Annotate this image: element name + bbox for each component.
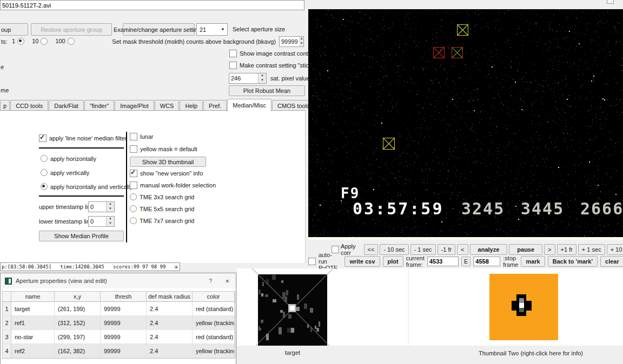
tab-p[interactable]: p [0,100,10,111]
spin-arrows-icon[interactable]: ▲▼ [300,37,303,46]
spin-arrows-icon[interactable]: ▲▼ [258,73,266,83]
aperture-box-red-2[interactable] [452,47,463,58]
plot-button[interactable]: plot [383,256,403,267]
table-cell[interactable]: ref1 [11,316,55,330]
dialog-titlebar[interactable]: Aperture properties (view and edit) ? × [1,273,236,288]
filename-input[interactable] [0,0,304,10]
counts-option-1[interactable]: 1 [12,38,24,45]
table-cell[interactable]: 99999 [101,330,147,344]
scroll-up-icon[interactable]: ▲ [174,265,178,269]
lower-timestamp-spinbox[interactable]: 0 ▲▼ [88,216,115,227]
tab-median-misc[interactable]: Median/Misc [227,99,271,111]
table-cell[interactable]: 2.4 [147,330,193,344]
transport-1-sec[interactable]: - 1 sec [410,244,436,255]
dialog-help-button[interactable]: ? [206,278,215,284]
table-cell[interactable]: red (standard) [193,302,235,316]
transport-[interactable]: < [457,244,468,255]
table-cell[interactable]: 2.4 [147,344,193,358]
row-number[interactable]: 4 [3,344,11,358]
mark-button[interactable]: mark [521,256,545,267]
table-cell[interactable]: (312, 152) [55,316,101,330]
write-csv-button[interactable]: write csv [344,256,380,267]
table-cell[interactable]: (299, 197) [55,330,101,344]
table-cell[interactable]: (162, 382) [55,344,101,358]
plot-robust-mean-button[interactable]: Plot Robust Mean [229,85,305,96]
thumbnail-two[interactable] [489,274,558,340]
aperture-group-button-fragment[interactable]: oup [0,23,28,36]
tab-image-plot[interactable]: Image/Plot [115,100,154,111]
mask-threshold-spinbox[interactable]: 99999 ▲▼ [279,36,304,47]
transport-1-fr[interactable]: -1 fr [438,244,456,255]
back-to-mark-button[interactable]: Back to 'mark' [548,256,598,267]
radio-icon [41,169,48,176]
transport-[interactable]: > [544,244,555,255]
tab--finder-[interactable]: "finder" [84,100,114,111]
table-cell[interactable]: target [11,302,55,316]
transport-10-sec[interactable]: - 10 sec [380,244,408,255]
transport-10-sec[interactable]: + 10 sec [607,244,623,255]
counts-option-10[interactable]: 10 [32,38,48,45]
transport-analyze[interactable]: analyze [470,244,508,255]
aperture-box-yellow-2[interactable] [383,138,395,150]
aperture-box-yellow-1[interactable] [457,24,468,36]
upper-timestamp-label: upper timestamp limit [39,204,96,210]
table-cell[interactable]: no-star [11,330,55,344]
table-cell[interactable]: (261, 199) [55,302,101,316]
line-noise-filter-checkbox[interactable]: apply 'line noise' median filter [39,134,127,142]
show-contrast-checkbox[interactable]: Show image contrast control [229,50,315,57]
table-cell[interactable]: red (standard) [193,330,235,344]
radio-tme-5x5-search-grid[interactable]: TME 5x5 search grid [130,205,194,212]
upper-timestamp-spinbox[interactable]: 0 ▲▼ [88,201,115,212]
autorun-pyote-checkbox[interactable] [308,258,316,265]
aperture-box-red-1[interactable] [433,47,445,58]
tab-pref-[interactable]: Pref. [203,100,227,111]
radio-apply-horizontally[interactable]: apply horizontally [41,155,132,162]
table-cell[interactable]: ref2 [11,344,55,358]
transport-1-fr[interactable]: +1 fr [557,244,576,255]
status-log[interactable]: p:[03:58:00.3045] time:14280.3045 scores… [0,262,180,271]
target-thumbnail[interactable] [237,268,408,346]
aperture-size-select[interactable]: 21 ▼ [196,23,228,36]
lunar-checkbox[interactable]: lunar [130,133,153,140]
row-number[interactable]: 1 [3,302,11,316]
radio-apply-horizontally-and-vertically[interactable]: apply horizontally and vertically [41,183,132,190]
new-version-info-checkbox[interactable]: show "new version" info [130,170,203,177]
sat-pixel-spinbox[interactable]: 246 ▲▼ [229,73,267,84]
tab-wcs[interactable]: WCS [155,100,180,111]
mask-threshold-label: Set mask threshold (mskth) counts above … [81,38,276,45]
table-cell[interactable]: 99999 [101,316,147,330]
table-cell[interactable]: 2.4 [147,302,193,316]
spin-arrows-icon[interactable]: ▲▼ [106,202,114,212]
radio-tme-7x7-search-grid[interactable]: TME 7x7 search grid [130,217,194,224]
tab-dark-flat[interactable]: Dark/Flat [49,100,84,111]
restore-aperture-group-button[interactable]: Restore aperture group [31,23,112,36]
radio-apply-vertically[interactable]: apply vertically [41,169,132,176]
show-3d-thumbnail-button[interactable]: Show 3D thumbnail [130,157,206,167]
sticky-contrast-checkbox[interactable]: Make contrast setting "sticky" [229,62,317,69]
stop-frame-input[interactable] [473,257,500,266]
row-number[interactable]: 2 [3,316,11,330]
transport-pause[interactable]: pause [509,244,542,255]
yellow-mask-checkbox[interactable]: yellow mask = default [130,145,197,153]
table-cell[interactable]: 2.4 [147,316,193,330]
spin-arrows-icon[interactable]: ▲▼ [106,217,114,226]
table-cell[interactable]: yellow (tracking ... [193,344,235,358]
dialog-close-button[interactable]: × [223,277,231,285]
radio-tme-3x3-search-grid[interactable]: TME 3x3 search grid [130,193,194,200]
row-number[interactable]: 3 [3,330,11,344]
clear-button[interactable]: clear [600,256,623,267]
tab-ccd-tools[interactable]: CCD tools [10,100,48,111]
table-cell[interactable]: yellow (tracking ... [193,316,235,330]
transport-1-sec[interactable]: + 1 sec [578,244,605,255]
transport-[interactable]: << [364,244,379,255]
examine-aperture-settings-button[interactable]: Examine/change aperture settings [123,23,195,36]
table-cell[interactable]: 99999 [101,344,147,358]
e-button[interactable]: E [461,257,470,266]
starfield-image-view[interactable]: F9 03:57:59 3245344526660 [308,9,623,237]
counts-option-100[interactable]: 100 [55,38,74,45]
show-median-profile-button[interactable]: Show Median Profile [39,231,124,241]
manual-work-folder-checkbox[interactable]: manual work-folder selection [130,181,216,189]
tab-help[interactable]: Help [180,100,203,111]
table-cell[interactable]: 99999 [101,302,147,316]
current-frame-input[interactable] [427,257,459,266]
